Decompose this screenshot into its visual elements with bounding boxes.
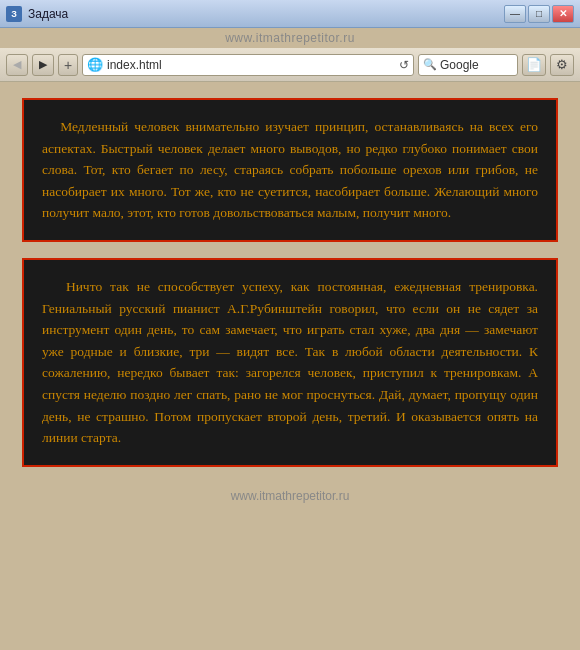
- window-title: Задача: [28, 7, 68, 21]
- forward-button[interactable]: ▶: [32, 54, 54, 76]
- back-button[interactable]: ◀: [6, 54, 28, 76]
- globe-icon: 🌐: [87, 57, 103, 72]
- add-tab-button[interactable]: +: [58, 54, 78, 76]
- refresh-icon[interactable]: ↺: [399, 58, 409, 72]
- page-button[interactable]: 📄: [522, 54, 546, 76]
- title-bar-buttons: — □ ✕: [504, 5, 574, 23]
- search-icon: 🔍: [423, 58, 437, 71]
- search-placeholder: Google: [440, 58, 479, 72]
- address-text: index.html: [107, 58, 395, 72]
- main-content: Медленный человек внимательно изучает пр…: [0, 82, 580, 483]
- title-bar-left: З Задача: [6, 6, 68, 22]
- app-icon: З: [6, 6, 22, 22]
- address-bar[interactable]: 🌐 index.html ↺: [82, 54, 414, 76]
- text-block-1: Медленный человек внимательно изучает пр…: [22, 98, 558, 242]
- maximize-button[interactable]: □: [528, 5, 550, 23]
- text-block-1-content: Медленный человек внимательно изучает пр…: [42, 119, 538, 220]
- tools-button[interactable]: ⚙: [550, 54, 574, 76]
- minimize-button[interactable]: —: [504, 5, 526, 23]
- search-bar[interactable]: 🔍 Google: [418, 54, 518, 76]
- watermark-bottom: www.itmathrepetitor.ru: [0, 483, 580, 507]
- title-bar: З Задача — □ ✕: [0, 0, 580, 28]
- browser-toolbar: ◀ ▶ + 🌐 index.html ↺ 🔍 Google 📄 ⚙: [0, 48, 580, 82]
- text-block-2-content: Ничто так не способствует успеху, как по…: [42, 279, 538, 445]
- text-block-2: Ничто так не способствует успеху, как по…: [22, 258, 558, 467]
- watermark-top: www.itmathrepetitor.ru: [0, 28, 580, 48]
- close-button[interactable]: ✕: [552, 5, 574, 23]
- toolbar-right: 📄 ⚙: [522, 54, 574, 76]
